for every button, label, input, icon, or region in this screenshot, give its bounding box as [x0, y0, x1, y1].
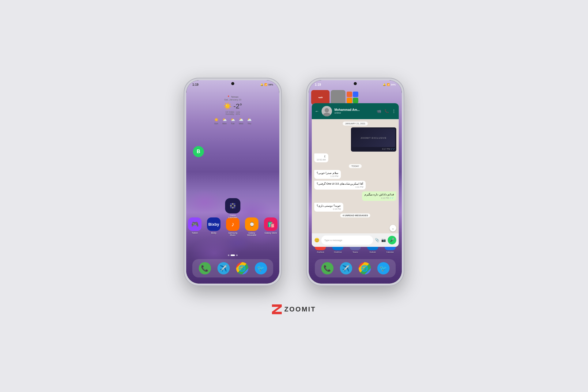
page-dots: [228, 254, 238, 256]
wa-back-button[interactable]: ←: [315, 109, 319, 114]
msg-received-2: سلام صدرا خوبی؟ 1:10 PM: [314, 170, 341, 179]
phones-container: 1:19 🔔 📶 34% 📍 Tehran Sat, January 23: [184, 78, 404, 286]
voice-call-icon[interactable]: 📞: [384, 109, 389, 113]
phone-2-screen: 1:19 🔔 📶 34% شنبه: [309, 80, 402, 284]
bixby-app[interactable]: Bixby Bixby: [207, 217, 221, 236]
zoomit-logo: ZOOMIT: [272, 304, 316, 314]
svg-marker-11: [272, 304, 282, 314]
svg-point-4: [230, 203, 232, 205]
forecast-tue: ⛅ Tue: [231, 118, 235, 125]
message-input[interactable]: Type a message: [321, 236, 373, 245]
camera-button[interactable]: 📷: [381, 238, 386, 242]
status-time-1: 1:19: [192, 83, 198, 86]
mic-button[interactable]: 🎤: [388, 236, 396, 244]
status-icons-1: 🔔 📶 34%: [260, 83, 273, 86]
svg-point-1: [234, 205, 236, 207]
weather-widget: 📍 Tehran Sat, January 23 ☀️ -2° UV Index…: [186, 96, 279, 125]
recent-app-1: شنبه: [311, 90, 330, 105]
svg-point-6: [230, 207, 232, 209]
svg-point-2: [232, 203, 234, 205]
msg-sent-1: فداتم داداش داره میگیرم 1:12 PM ✓✓: [362, 191, 396, 201]
recent-icons: [347, 92, 359, 103]
emoji-button[interactable]: 😊: [314, 238, 319, 243]
camera-notch-2: [354, 82, 357, 85]
svg-point-9: [325, 108, 329, 112]
status-icons-2: 🔔 📶 34%: [383, 83, 396, 86]
date-badge-jan: JANUARY 21, 2021: [343, 122, 368, 126]
telegram-app[interactable]: ✈️: [217, 262, 230, 274]
phone-app[interactable]: 📞: [199, 262, 211, 274]
wa-header: ← Mohammad Am... online: [312, 103, 399, 119]
sun-icon: ☀️: [223, 102, 232, 110]
svg-point-5: [234, 203, 236, 205]
wa-contact-info: Mohammad Am... online: [334, 108, 374, 114]
forecast-thu: 🌥️ Thu: [247, 118, 252, 125]
weather-forecast: ☀️ Sun ⛅ Mon ⛅ Tue 🌥️ W: [186, 118, 279, 125]
whatsapp-widget[interactable]: B: [193, 146, 204, 157]
attach-button[interactable]: 📎: [375, 238, 379, 242]
bottom-apps-row-1: 🎮 Twitch Bixby Bixby ♪ Samsung Music ⌚ G…: [186, 217, 279, 236]
twitter-app[interactable]: 🐦: [255, 262, 267, 274]
galaxy-wear-app[interactable]: ⌚ Galaxy Wearable: [245, 217, 258, 236]
scroll-down-button[interactable]: ⌄: [390, 225, 396, 232]
galaxy-store-app[interactable]: 🛍️ Galaxy Store: [264, 217, 277, 236]
video-call-icon[interactable]: 📹: [377, 109, 381, 113]
twitter-app-2[interactable]: 🐦: [377, 262, 390, 274]
camera-notch-1: [231, 82, 234, 85]
zoomit-image-msg: ZOOMIT EXCLUSIVE 8:17 PM ✓✓: [351, 127, 396, 152]
game-launcher-icon: [225, 198, 240, 213]
wa-chat-area[interactable]: JANUARY 21, 2021 ZOOMIT EXCLUSIVE 8:17 P…: [312, 119, 399, 233]
z-logo-icon: [272, 304, 282, 314]
wa-header-icons: 📹 📞 ⋮: [377, 109, 396, 113]
wa-input-bar: 😊 Type a message 📎 📷 🎤: [312, 233, 399, 247]
wa-avatar: [322, 106, 332, 116]
chrome-app[interactable]: 🌐: [236, 262, 248, 274]
phone-2: 1:19 🔔 📶 34% شنبه: [306, 78, 404, 286]
telegram-app-2[interactable]: ✈️: [340, 262, 352, 274]
more-options-icon[interactable]: ⋮: [392, 109, 396, 113]
forecast-wed: 🌥️ Wed: [239, 118, 243, 125]
recent-app-2: [331, 90, 345, 105]
msg-received-4: خوبه؟ دوستی داری؟ 1:16 PM: [314, 203, 343, 212]
chrome-app-2[interactable]: 🌐: [359, 262, 371, 274]
whatsapp-overlay: ← Mohammad Am... online: [312, 103, 399, 247]
status-time-2: 1:19: [315, 83, 321, 86]
msg-received-3: آقا اسکرین‌شات‌های One UI 3.0 گرفتی؟ 1:1…: [314, 181, 366, 190]
game-launcher[interactable]: Game Launcher: [225, 198, 240, 219]
svg-point-3: [232, 207, 234, 209]
today-badge: TODAY: [349, 164, 361, 168]
unread-badge: 4 UNREAD MESSAGES: [340, 213, 371, 217]
svg-point-0: [230, 205, 232, 207]
samsung-music-app[interactable]: ♪ Samsung Music: [226, 217, 239, 236]
forecast-sun: ☀️ Sun: [214, 118, 219, 125]
phone-app-2[interactable]: 📞: [321, 262, 334, 274]
phone-1: 1:19 🔔 📶 34% 📍 Tehran Sat, January 23: [184, 78, 282, 286]
dock-2: 📞 ✈️ 🌐 🐦: [315, 259, 396, 277]
msg-received-1: :/ 10:52 AM: [314, 153, 328, 162]
phone-1-screen: 1:19 🔔 📶 34% 📍 Tehran Sat, January 23: [186, 80, 279, 284]
forecast-mon: ⛅ Mon: [222, 118, 227, 125]
twitch-app[interactable]: 🎮 Twitch: [188, 217, 202, 236]
dock-1: 📞 ✈️ 🌐 🐦: [192, 259, 273, 277]
svg-point-7: [234, 207, 236, 209]
